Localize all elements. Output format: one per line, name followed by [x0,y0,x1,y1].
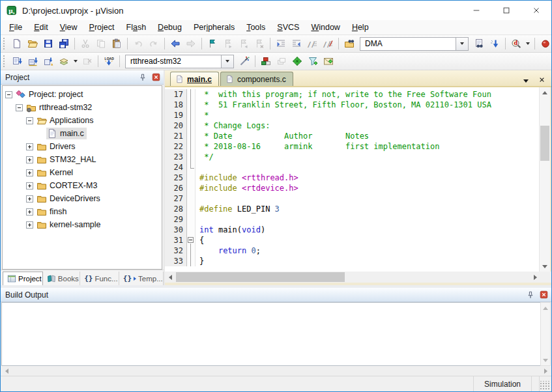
target-combobox[interactable]: rtthread-stm32 [125,55,234,68]
scroll-up-icon[interactable] [541,303,550,313]
scroll-down-icon[interactable] [540,261,550,272]
close-panel-icon[interactable] [150,72,162,83]
next-bookmark-button[interactable] [220,36,236,51]
pin-icon[interactable] [137,72,149,83]
expand-icon[interactable] [26,182,33,189]
scroll-down-icon[interactable] [541,355,550,365]
tab-project[interactable]: Project [3,272,43,285]
options-for-target-button[interactable] [237,54,252,69]
scroll-left-icon[interactable] [1,366,12,376]
document-tab-components-c[interactable]: components.c [220,72,293,86]
comment-selection-button[interactable]: // [304,36,320,51]
uncomment-selection-button[interactable]: // [320,36,336,51]
multi-project-button[interactable] [274,54,289,69]
menu-peripherals[interactable]: Peripherals [188,21,240,33]
download-to-flash-button[interactable]: LOAD [101,54,117,69]
document-tab-main-c[interactable]: main.c [170,72,219,86]
target-combobox-dropdown[interactable] [222,55,234,68]
search-combobox[interactable]: DMA [360,37,469,51]
save-all-button[interactable] [56,36,72,51]
tree-item-cortex-m3[interactable]: CORTEX-M3 [3,179,162,192]
lookup-dropdown[interactable] [524,36,532,51]
scroll-right-icon[interactable] [530,272,540,283]
tree-item-devicedrivers[interactable]: DeviceDrivers [3,192,162,205]
menu-window[interactable]: Window [305,21,345,33]
menu-tools[interactable]: Tools [240,21,271,33]
menu-help[interactable]: Help [346,21,375,33]
vertical-scroll-thumb[interactable] [540,126,549,161]
stop-build-button[interactable] [80,54,95,69]
lookup-word-button[interactable]: d [508,36,524,51]
target-combobox-value[interactable]: rtthread-stm32 [125,55,222,68]
menu-edit[interactable]: Edit [28,21,54,33]
menu-project[interactable]: Project [83,21,121,33]
build-button[interactable] [25,54,40,69]
manage-rte-button[interactable] [258,54,274,69]
expand-icon[interactable] [26,156,33,163]
navigate-forward-button[interactable] [183,36,199,51]
tree-item-kernel-sample[interactable]: kernel-sample [3,218,162,231]
menu-svcs[interactable]: SVCS [271,21,305,33]
previous-bookmark-button[interactable] [236,36,252,51]
tab-func[interactable]: {}Func... [80,272,119,285]
tree-item-project-project[interactable]: Project: project [3,88,162,101]
build-output-horizontal-scrollbar[interactable] [1,366,551,376]
tab-books[interactable]: Books [43,272,80,285]
menu-flash[interactable]: Flash [121,21,153,33]
maximize-button[interactable] [491,1,521,20]
batch-build-button[interactable] [56,54,72,69]
find-button[interactable] [471,36,487,51]
close-panel-icon[interactable] [538,289,549,301]
tree-item-applications[interactable]: Applications [3,114,162,127]
collapse-icon[interactable] [26,117,33,124]
horizontal-scroll-thumb[interactable] [176,272,345,282]
new-file-button[interactable] [9,36,25,51]
undo-button[interactable] [130,36,146,51]
document-list-icon[interactable] [523,79,529,83]
clear-bookmarks-button[interactable] [252,36,267,51]
editor-vertical-scrollbar[interactable] [539,87,550,272]
close-button[interactable] [521,1,551,20]
pin-icon[interactable] [525,289,536,301]
navigate-back-button[interactable] [167,36,183,51]
menu-view[interactable]: View [54,21,83,33]
outdent-button[interactable] [289,36,304,51]
code-editor[interactable]: 17 * with this program; if not, write to… [165,87,539,272]
menu-file[interactable]: File [3,21,28,33]
insert-breakpoint-button[interactable] [538,36,552,51]
tree-item-main-c[interactable]: main.c [3,127,162,140]
collapse-icon[interactable] [16,104,23,111]
expand-icon[interactable] [26,221,33,229]
project-tree[interactable]: Project: projectrtthread-stm32Applicatio… [2,85,162,270]
redo-button[interactable] [146,36,162,51]
expand-icon[interactable] [26,195,33,203]
scroll-left-icon[interactable] [165,272,175,283]
translate-button[interactable] [9,54,25,69]
tree-item-kernel[interactable]: Kernel [3,166,162,179]
copy-button[interactable] [93,36,109,51]
select-software-packs-button[interactable] [305,54,321,69]
tree-item-finsh[interactable]: finsh [3,205,162,218]
search-combobox-value[interactable]: DMA [360,37,456,51]
resize-grip[interactable] [540,381,550,390]
batch-build-dropdown[interactable] [72,54,80,69]
toggle-bookmark-button[interactable] [205,36,220,51]
manage-project-items-button[interactable] [289,54,305,69]
incremental-find-button[interactable] [487,36,502,51]
tree-item-rtthread-stm32[interactable]: rtthread-stm32 [3,101,162,114]
expand-icon[interactable] [26,208,33,216]
cut-button[interactable] [78,36,93,51]
expand-icon[interactable] [26,143,33,150]
search-combobox-dropdown[interactable] [456,37,469,51]
collapse-icon[interactable] [5,91,12,98]
toolbar-grip[interactable] [3,38,7,49]
paste-button[interactable] [109,36,124,51]
tree-item-stm32-hal[interactable]: STM32_HAL [3,153,162,166]
menu-debug[interactable]: Debug [152,21,188,33]
minimize-button[interactable] [461,1,491,20]
scroll-up-icon[interactable] [540,87,550,98]
indent-button[interactable] [273,36,289,51]
save-button[interactable] [40,36,56,51]
tab-temp[interactable]: {}Temp... [119,272,164,285]
find-in-files-button[interactable] [341,36,357,51]
